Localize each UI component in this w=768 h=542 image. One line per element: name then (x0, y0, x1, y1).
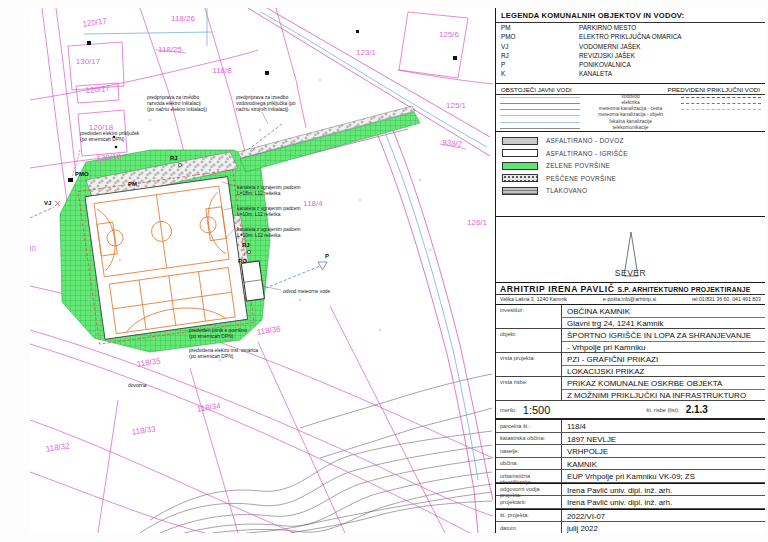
surface-label: TLAKOVANO (546, 187, 587, 194)
note-line: vodovodnega priključka (po (236, 101, 296, 106)
architectural-plan-sheet: { "legend": { "title": "LEGENDA KOMUNALN… (0, 0, 768, 542)
firm-box: ARHITRIP IRENA PAVLIČ S.P. ARHITEKTURNO … (496, 283, 765, 305)
info-row-datum: datum: julij 2022 (496, 522, 765, 533)
parcel-label: 130/17 (76, 57, 101, 66)
field-value: Glavni trg 24, 1241 Kamnik (562, 317, 765, 329)
legend-objects-box: LEGENDA KOMUNALNIH OBJEKTOV IN VODOV: PM… (496, 8, 765, 84)
existing-line-sample (500, 97, 580, 98)
note-line: predviden elektro priključek (80, 131, 140, 136)
info-row-st-projekta: št. projekta: 2022/VI-07 (496, 509, 765, 523)
note-line: (po smernicah DPN) (189, 354, 234, 359)
scale-label: merilo: (500, 407, 517, 413)
note-line: kanaleta z vgrajenim padcem (237, 206, 301, 211)
legend-abbr: PMO (501, 32, 579, 41)
rj-label: RJ (242, 242, 250, 248)
titleblock-group-vrsta-projekta: vrsta projekta: PZI - GRAFIČNI PRIKAZI L… (496, 353, 765, 377)
field-value: julij 2022 (562, 522, 765, 533)
field-label: vrsta projekta: (496, 353, 562, 376)
gravel-areas-swatch (502, 174, 538, 182)
note-line: predpriprava za izvedbo (236, 95, 288, 100)
note-line: odvod meteorne vode (283, 289, 331, 294)
parcel-label: 123/1 (356, 48, 377, 57)
field-label: odgovorni vodja projekta: (496, 484, 562, 496)
legend-desc: VODOMERNI JAŠEK (579, 42, 640, 51)
legend-desc: PONIKOVALNICA (579, 60, 631, 69)
note-line: kanaleta z vgrajenim padcem (237, 185, 301, 190)
parcel-label: 125/6 (439, 30, 460, 39)
legend-abbr: P (501, 60, 579, 69)
surface-label: ZELENE POVRŠINE (546, 162, 610, 169)
field-label: projektant: (496, 496, 562, 508)
pmo-label: PMO (75, 171, 89, 177)
field-value: EUP Vrhpolje pri Kamniku VK-09; ZS (562, 470, 765, 482)
paved-areas-swatch (502, 187, 538, 195)
field-label: investitor: (496, 305, 562, 328)
planned-line-sample (681, 109, 761, 110)
parcel-label: 126/1 (467, 218, 488, 227)
legend-row: RJ REVIZIJSKI JAŠEK (496, 51, 765, 60)
note-line: predvidena elektro inst. omarica (189, 348, 259, 353)
note-line: L=18m; L12 rešetka (237, 191, 281, 196)
parcel-label: 118/25 (158, 45, 182, 54)
note-line: L=10m; L12 rešetka (237, 233, 281, 238)
north-label: SEVER (615, 268, 646, 278)
field-value: OBČINA KAMNIK (562, 305, 765, 317)
surface-label: PEŠČENE POVRŠINE (546, 175, 616, 182)
info-row-projektant: projektant: Irena Pavlič univ. dipl. inž… (496, 496, 765, 509)
field-value: KAMNIK (562, 458, 765, 470)
ro-label: RO (238, 258, 247, 264)
pm-label: PM (128, 181, 137, 187)
field-value: PZI - GRAFIČNI PRIKAZI (562, 353, 765, 365)
parcel-label: 118/4 (303, 199, 323, 208)
field-label: občina: (496, 458, 562, 470)
note-line: kanaleta z vgrajenim padcem (237, 227, 301, 232)
planned-line-sample (681, 97, 761, 98)
surface-label: ASFALTIRANO - IGRIŠČE (546, 150, 628, 157)
utility-line-label: telekomunikacije (580, 126, 681, 131)
info-row-katastrska: katastrska občina: 1897 NEVLJE (496, 433, 765, 446)
field-value: Irena Pavlič univ. dipl. inž. arh. (562, 484, 765, 496)
field-label: datum: (496, 522, 562, 533)
sheet-number-value: 2.1.3 (686, 404, 708, 415)
utility-lines-header: OBSTOJEČI JAVNI VODI PREDVIDENI PRIKLJUČ… (496, 84, 765, 95)
field-label: vrsta risbe: (496, 377, 562, 400)
existing-line-sample (500, 109, 580, 110)
field-label: urbanistična identifikacija: (496, 470, 562, 482)
firm-suffix: S.P. ARHITEKTURNO PROJEKTIRANJE (617, 286, 750, 293)
field-value: LOKACIJSKI PRIKAZ (562, 365, 765, 377)
parcel-label: 125/1 (446, 101, 467, 110)
drawing-info-panel: LEGENDA KOMUNALNIH OBJEKTOV IN VODOV: PM… (495, 8, 765, 533)
sports-court (78, 170, 254, 344)
surface-row: ASFALTIRANO - DOVOZ (496, 135, 765, 148)
legend-row: VJ VODOMERNI JAŠEK (496, 42, 765, 51)
note-line: predviden pitnik s površino (189, 328, 247, 333)
field-value: 118/4 (562, 420, 765, 432)
surface-row: ZELENE POVRŠINE (496, 160, 765, 173)
note-line: načrtu strojnih inštalacij) (236, 107, 289, 112)
field-value: Irena Pavlič univ. dipl. inž. arh. (562, 496, 765, 508)
firm-name-row: ARHITRIP IRENA PAVLIČ S.P. ARHITEKTURNO … (496, 283, 765, 294)
titleblock-group-investitor: investitor: OBČINA KAMNIK Glavni trg 24,… (496, 305, 765, 329)
firm-name: ARHITRIP IRENA PAVLIČ (500, 284, 614, 294)
surface-row: TLAKOVANO (496, 185, 765, 198)
info-row-urbanisticna: urbanistična identifikacija: EUP Vrhpolj… (496, 470, 765, 483)
surface-label: ASFALTIRANO - DOVOZ (546, 137, 624, 144)
info-row-naselje: naselje: VRHPOLJE (496, 445, 765, 458)
field-value: 2022/VI-07 (562, 510, 765, 522)
utility-line-label: fekalna kanalizacija (580, 120, 681, 125)
green-areas-swatch (502, 162, 538, 170)
parcel-label: 118/30 (30, 244, 36, 253)
north-arrow-box: SEVER (496, 217, 765, 283)
field-label: št. projekta: (496, 510, 562, 522)
legend-desc: ELEKTRO PRIKLJUČNA OMARICA (579, 32, 682, 41)
firm-phone: tel:01/831 36 60, 041 491 803 (692, 295, 761, 303)
titleblock-group-vrsta-risbe: vrsta risbe: PRIKAZ KOMUNALNE OSKRBE OBJ… (496, 377, 765, 401)
field-value: - Vrhpolje pri Kamniku (562, 341, 765, 353)
site-plan-map: 120/17 118/26 118/25 130/17 120/17 118/8… (30, 8, 495, 533)
surface-legend-box: ASFALTIRANO - DOVOZ ASFALTIRANO - IGRIŠČ… (496, 132, 765, 217)
scale-row: merilo: 1:500 št. risbe (list): 2.1.3 (496, 401, 765, 420)
existing-line-sample (500, 103, 580, 104)
firm-address: Velika Lašna 3, 1240 Kamnik (500, 295, 567, 303)
titleblock-group-objekt: objekt: ŠPORTNO IGRIŠČE IN LOPA ZA SHRAN… (496, 329, 765, 353)
utility-line-row: telekomunikacije (496, 125, 765, 131)
